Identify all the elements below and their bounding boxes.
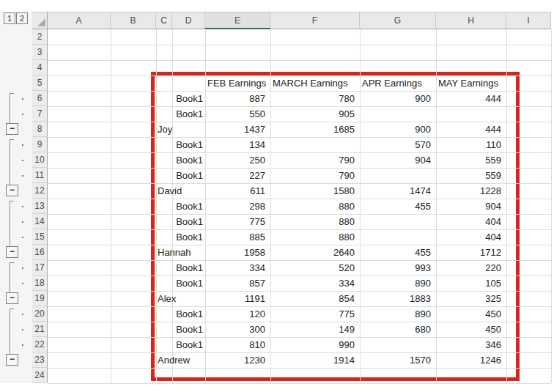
cell-book-d17[interactable]: Book1	[172, 260, 203, 275]
cell-value-g13[interactable]: 455	[360, 199, 431, 214]
row-header-7[interactable]: 7	[32, 106, 48, 122]
cell-value-e8[interactable]: 1437	[205, 122, 265, 137]
row-header-12[interactable]: 12	[32, 183, 48, 199]
row-header-2[interactable]: 2	[32, 29, 48, 45]
cell-value-h22[interactable]: 346	[436, 337, 501, 352]
cell-value-g8[interactable]: 900	[360, 122, 431, 137]
cell-value-e15[interactable]: 885	[205, 229, 265, 245]
cell-value-g9[interactable]: 570	[360, 137, 431, 152]
cell-value-f14[interactable]: 880	[270, 214, 355, 229]
outline-level-2-button[interactable]: 2	[16, 12, 28, 24]
collapse-minus-icon[interactable]: −	[6, 123, 18, 135]
cell-value-f15[interactable]: 880	[270, 229, 355, 245]
cell-book-d6[interactable]: Book1	[172, 91, 203, 106]
cell-value-h17[interactable]: 220	[436, 260, 501, 275]
column-header-f[interactable]: F	[270, 12, 360, 29]
row-header-6[interactable]: 6	[32, 91, 48, 106]
cell-value-f7[interactable]: 905	[270, 106, 355, 122]
cell-value-e20[interactable]: 120	[205, 306, 265, 322]
column-header-c[interactable]: C	[156, 12, 172, 29]
cell-value-e9[interactable]: 134	[205, 137, 265, 152]
header-cell-h5[interactable]: MAY Earnings	[438, 75, 506, 91]
row-header-15[interactable]: 15	[32, 229, 48, 245]
outline-level-1-button[interactable]: 1	[4, 12, 15, 24]
cell-value-g12[interactable]: 1474	[360, 183, 431, 199]
cell-value-f23[interactable]: 1914	[270, 352, 355, 368]
cell-value-g18[interactable]: 890	[360, 275, 431, 291]
cell-value-e17[interactable]: 334	[205, 260, 265, 275]
header-cell-e5[interactable]: FEB Earnings	[207, 75, 270, 91]
collapse-minus-icon[interactable]: −	[6, 246, 18, 258]
cell-book-d21[interactable]: Book1	[172, 322, 203, 337]
collapse-minus-icon[interactable]: −	[6, 354, 18, 366]
cell-value-g20[interactable]: 890	[360, 306, 431, 322]
row-header-13[interactable]: 13	[32, 199, 48, 214]
row-header-17[interactable]: 17	[32, 260, 48, 275]
cell-value-h19[interactable]: 325	[436, 291, 501, 306]
row-header-9[interactable]: 9	[32, 137, 48, 152]
cell-value-e7[interactable]: 550	[205, 106, 265, 122]
cell-book-d18[interactable]: Book1	[172, 275, 203, 291]
cell-value-h18[interactable]: 105	[436, 275, 501, 291]
column-header-i[interactable]: I	[506, 12, 551, 29]
row-header-16[interactable]: 16	[32, 245, 48, 260]
cell-value-h8[interactable]: 444	[436, 122, 501, 137]
cell-value-e21[interactable]: 300	[205, 322, 265, 337]
row-header-21[interactable]: 21	[32, 322, 48, 337]
row-header-3[interactable]: 3	[32, 45, 48, 60]
cell-value-h16[interactable]: 1712	[436, 245, 501, 260]
cell-value-h13[interactable]: 904	[436, 199, 501, 214]
row-header-14[interactable]: 14	[32, 214, 48, 229]
cell-value-g17[interactable]: 993	[360, 260, 431, 275]
cell-value-g23[interactable]: 1570	[360, 352, 431, 368]
header-cell-g5[interactable]: APR Earnings	[362, 75, 436, 91]
cell-book-d11[interactable]: Book1	[172, 168, 203, 183]
cell-value-f16[interactable]: 2640	[270, 245, 355, 260]
cell-value-e10[interactable]: 250	[205, 152, 265, 168]
cell-value-f17[interactable]: 520	[270, 260, 355, 275]
cell-value-e18[interactable]: 857	[205, 275, 265, 291]
cell-value-f8[interactable]: 1685	[270, 122, 355, 137]
row-header-18[interactable]: 18	[32, 275, 48, 291]
cell-value-g16[interactable]: 455	[360, 245, 431, 260]
cell-value-f22[interactable]: 990	[270, 337, 355, 352]
cell-value-e12[interactable]: 611	[205, 183, 265, 199]
cell-value-h23[interactable]: 1246	[436, 352, 501, 368]
row-header-20[interactable]: 20	[32, 306, 48, 322]
cell-value-f21[interactable]: 149	[270, 322, 355, 337]
cell-value-e13[interactable]: 298	[205, 199, 265, 214]
row-header-23[interactable]: 23	[32, 352, 48, 368]
cell-value-f10[interactable]: 790	[270, 152, 355, 168]
cell-book-d9[interactable]: Book1	[172, 137, 203, 152]
cell-value-e22[interactable]: 810	[205, 337, 265, 352]
cell-value-h15[interactable]: 404	[436, 229, 501, 245]
collapse-minus-icon[interactable]: −	[6, 185, 18, 196]
row-header-24[interactable]: 24	[32, 368, 48, 383]
cell-value-g6[interactable]: 900	[360, 91, 431, 106]
cell-value-e14[interactable]: 775	[205, 214, 265, 229]
cell-value-h20[interactable]: 450	[436, 306, 501, 322]
cell-value-e11[interactable]: 227	[205, 168, 265, 183]
cell-book-d20[interactable]: Book1	[172, 306, 203, 322]
row-header-19[interactable]: 19	[32, 291, 48, 306]
row-header-4[interactable]: 4	[32, 60, 48, 75]
row-header-8[interactable]: 8	[32, 122, 48, 137]
row-header-11[interactable]: 11	[32, 168, 48, 183]
collapse-minus-icon[interactable]: −	[6, 292, 18, 304]
cell-book-d13[interactable]: Book1	[172, 199, 203, 214]
cell-value-e16[interactable]: 1958	[205, 245, 265, 260]
cell-book-d15[interactable]: Book1	[172, 229, 203, 245]
cell-value-f12[interactable]: 1580	[270, 183, 355, 199]
column-header-h[interactable]: H	[436, 12, 506, 29]
column-header-a[interactable]: A	[48, 12, 111, 29]
cell-value-f6[interactable]: 780	[270, 91, 355, 106]
header-cell-f5[interactable]: MARCH Earnings	[273, 75, 360, 91]
row-header-10[interactable]: 10	[32, 152, 48, 168]
cell-value-h10[interactable]: 559	[436, 152, 501, 168]
cell-value-f20[interactable]: 775	[270, 306, 355, 322]
cell-value-h12[interactable]: 1228	[436, 183, 501, 199]
cell-value-f18[interactable]: 334	[270, 275, 355, 291]
column-header-e[interactable]: E	[205, 12, 270, 29]
cell-value-f19[interactable]: 854	[270, 291, 355, 306]
row-header-22[interactable]: 22	[32, 337, 48, 352]
